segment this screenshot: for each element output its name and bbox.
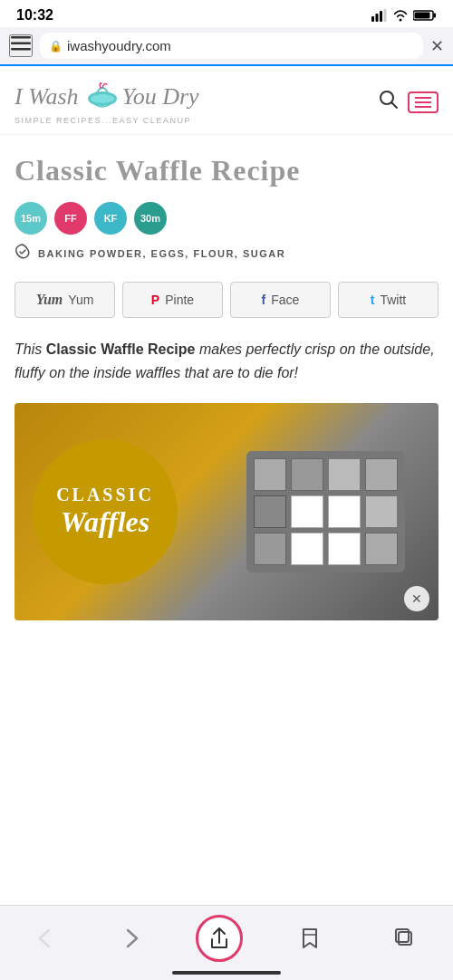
image-circle: CLASSIC Waffles [33,439,178,584]
browser-bar: 🔒 iwashyoudry.com ✕ [0,27,453,66]
share-button[interactable] [196,915,243,962]
waffle-cell [365,458,398,491]
home-indicator [172,971,281,975]
address-bar[interactable]: 🔒 iwashyoudry.com [40,33,423,59]
svg-rect-1 [376,14,379,22]
image-close-button[interactable]: ✕ [404,586,429,611]
intro-bold: Classic Waffle Recipe [46,341,196,357]
tag-icon [14,244,31,264]
waffle-cell [254,458,286,491]
logo-text-i-wash: I Wash [14,85,79,109]
menu-line-3 [415,106,431,108]
recipe-title: Classic Waffle Recipe [14,153,439,187]
waffle-graphic [221,403,429,620]
status-bar: 10:32 [0,0,453,27]
svg-point-12 [91,94,114,103]
facebook-label: Face [271,293,299,307]
svg-rect-8 [11,36,31,39]
battery-icon [413,9,437,22]
menu-line-2 [415,101,431,103]
svg-rect-6 [434,14,437,18]
twitter-button[interactable]: t Twitt [338,282,439,318]
circle-title-top: CLASSIC [56,485,154,505]
ingredients-row: BAKING POWDER, EGGS, FLOUR, SUGAR [14,244,439,264]
home-bar-area [0,971,453,975]
site-header: I Wash You Dry Simple Recipes...Easy Cle… [0,66,453,135]
pinterest-label: Pinte [165,293,194,307]
waffle-cell [291,533,323,565]
tag-15m: 15m [14,202,47,235]
signal-icon [371,9,388,22]
logo-area: I Wash You Dry Simple Recipes...Easy Cle… [14,79,199,125]
svg-rect-10 [11,48,31,51]
back-button[interactable] [20,923,69,954]
waffle-cell [328,533,361,565]
waffle-cell [254,533,286,565]
waffle-cell [291,495,323,528]
bookmarks-button[interactable] [282,922,338,955]
svg-point-4 [400,19,402,22]
waffle-cell [291,458,323,491]
search-button[interactable] [379,90,399,115]
tag-30m: 30m [134,202,167,235]
tabs-button[interactable] [377,923,433,954]
header-icons [379,90,439,115]
yum-button[interactable]: Yum Yum [14,282,115,318]
share-buttons: Yum Yum P Pinte f Face t Twitt [14,282,439,318]
waffle-cell [328,495,361,528]
tags-row: 15m FF KF 30m [14,202,439,235]
browser-close-button[interactable]: ✕ [430,36,444,56]
logo-tagline: Simple Recipes...Easy Cleanup [14,116,199,125]
intro-prefix: This [14,341,46,357]
svg-line-14 [392,102,398,108]
circle-title-bottom: Waffles [61,505,149,539]
main-content: Classic Waffle Recipe 15m FF KF 30m BAKI… [0,135,453,620]
forward-button[interactable] [108,923,157,954]
browser-menu-button[interactable] [9,34,33,57]
menu-line-1 [415,97,431,99]
logo-bowl-icon [85,79,120,114]
svg-rect-3 [384,9,387,22]
twitter-label: Twitt [380,293,406,307]
status-time: 10:32 [16,7,53,24]
address-text: iwashyoudry.com [67,38,171,53]
status-icons [371,9,437,22]
facebook-icon: f [262,293,266,307]
twitter-icon: t [371,293,375,307]
ingredients-text: BAKING POWDER, EGGS, FLOUR, SUGAR [38,248,285,259]
svg-rect-2 [380,11,382,22]
tag-kf: KF [94,202,127,235]
pinterest-button[interactable]: P Pinte [122,282,223,318]
intro-text: This Classic Waffle Recipe makes perfect… [14,338,439,384]
yum-label: Yum [68,293,93,307]
logo-text-you-dry: You Dry [122,85,199,109]
waffle-cell [254,495,286,528]
waffle-cell [365,533,398,565]
facebook-button[interactable]: f Face [230,282,331,318]
svg-rect-0 [371,16,374,22]
yum-icon: Yum [36,292,63,308]
bottom-nav [0,905,453,980]
waffle-cell [365,495,398,528]
waffle-cell [328,458,361,491]
svg-rect-7 [415,13,430,19]
lock-icon: 🔒 [49,40,63,53]
pinterest-icon: P [151,293,159,307]
tag-ff: FF [54,202,87,235]
recipe-image: CLASSIC Waffles ✕ [14,403,439,620]
svg-rect-9 [11,43,31,45]
hamburger-menu-button[interactable] [408,91,439,113]
wifi-icon [392,9,409,22]
